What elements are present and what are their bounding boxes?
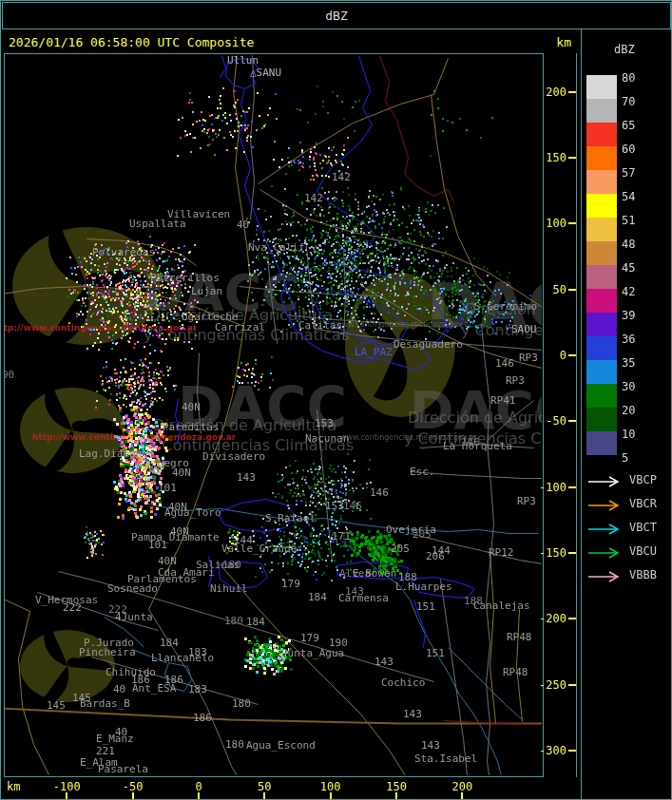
colorbar-tick-label: 36 (622, 333, 635, 345)
vector-arrow-icon (586, 476, 623, 487)
colorbar-tick-label: 80 (622, 72, 635, 84)
right-axis-tick-label: -150 (525, 546, 566, 560)
right-axis-tick (568, 618, 576, 619)
right-axis-unit-label: km (533, 35, 571, 49)
colorbar-swatch (586, 99, 617, 123)
bottom-axis-tick-label: 100 (320, 780, 341, 793)
map-frame (4, 53, 544, 777)
bottom-axis-tick-label: 150 (386, 780, 407, 793)
vector-legend-label: VBCR (629, 498, 657, 509)
bottom-axis-tick (132, 792, 134, 799)
colorbar-tick-label: 5 (622, 452, 628, 464)
radar-app-window: dBZ 2026/01/16 06:58:00 UTC Composite km… (0, 0, 672, 800)
colorbar-swatch (586, 241, 617, 265)
right-axis-tick (568, 750, 576, 752)
window-title: dBZ (325, 9, 347, 23)
colorbar-swatch (586, 431, 617, 455)
right-axis-tick (568, 684, 576, 686)
colorbar-tick-label: 39 (622, 310, 635, 321)
bottom-axis-tick-label: 50 (258, 780, 271, 793)
vector-arrow-icon (586, 500, 623, 511)
right-axis-tick (568, 157, 576, 159)
vector-arrow-icon (586, 524, 623, 535)
colorbar-swatch (586, 408, 617, 431)
title-bar: dBZ (2, 2, 671, 29)
colorbar-tick-label: 35 (622, 357, 635, 369)
bottom-axis-tick (263, 792, 265, 799)
colorbar-tick-label: 10 (622, 429, 635, 440)
colorbar-swatch (586, 194, 617, 218)
bottom-axis-tick-label: -100 (53, 780, 81, 793)
right-axis-tick (568, 222, 576, 224)
right-axis-tick-label: 50 (525, 283, 566, 296)
right-axis-frame (576, 53, 577, 777)
colorbar-tick-label: 20 (622, 405, 635, 416)
right-axis-tick-label: 100 (525, 217, 566, 230)
bottom-axis-tick-label: 0 (195, 780, 202, 793)
bottom-axis-tick (198, 792, 200, 799)
vector-legend-row: VBCR (586, 497, 623, 510)
vector-legend-label: VBCP (629, 474, 657, 486)
colorbar-swatch (586, 289, 617, 313)
vector-legend-row: VBCP (586, 473, 623, 486)
colorbar-swatch (586, 170, 617, 194)
right-axis-tick-label: 200 (525, 86, 566, 99)
colorbar-tick-label: 70 (622, 96, 635, 107)
right-axis-tick-label: -50 (525, 414, 566, 428)
right-axis-tick-label: 150 (525, 151, 566, 164)
vector-legend-row: VBBB (586, 568, 623, 581)
timestamp-label: 2026/01/16 06:58:00 UTC Composite (9, 35, 254, 49)
colorbar-title: dBZ (614, 43, 635, 56)
colorbar-swatch (586, 265, 617, 289)
bottom-axis-tick-label: 200 (452, 780, 473, 793)
bottom-axis-unit-label: km (7, 780, 20, 793)
colorbar-tick-label: 60 (622, 143, 635, 155)
right-axis-tick-label: -300 (525, 744, 566, 757)
vector-legend-row: VBCU (586, 544, 623, 558)
colorbar-tick-label: 57 (622, 167, 635, 179)
right-axis-tick (568, 289, 576, 291)
right-axis-tick-label: -100 (525, 481, 566, 494)
bottom-axis-tick-label: -50 (123, 780, 144, 793)
colorbar-swatch (586, 123, 617, 146)
colorbar-swatch (586, 313, 617, 336)
right-axis-tick-label: -200 (525, 612, 566, 625)
right-axis-tick (568, 354, 576, 356)
colorbar-tick-label: 54 (622, 191, 635, 202)
right-axis-tick (568, 486, 576, 488)
vector-legend-label: VBCU (629, 545, 657, 557)
right-axis-tick-label: 0 (525, 349, 566, 362)
colorbar-swatch (586, 336, 617, 360)
colorbar-swatch (586, 75, 617, 99)
colorbar-tick-label: 65 (622, 120, 635, 131)
colorbar-tick-label: 42 (622, 286, 635, 297)
vector-legend-label: VBCT (629, 522, 657, 533)
legend-panel: dBZ 807065605754514845423936353020105 VB… (581, 29, 672, 800)
colorbar-swatch (586, 384, 617, 408)
colorbar-tick-label: 48 (622, 238, 635, 250)
bottom-axis-tick (330, 792, 332, 799)
colorbar-swatch (586, 360, 617, 384)
right-axis-tick (568, 420, 576, 422)
right-axis-tick (568, 552, 576, 554)
bottom-axis-tick (66, 792, 67, 799)
colorbar-swatch (586, 146, 617, 170)
colorbar-swatch (586, 218, 617, 241)
right-axis-tick (568, 91, 576, 93)
right-axis-tick-label: -250 (525, 678, 566, 692)
vector-legend-row: VBCT (586, 521, 623, 534)
colorbar-tick-label: 30 (622, 381, 635, 392)
colorbar-tick-label: 51 (622, 215, 635, 226)
vector-arrow-icon (586, 547, 623, 559)
vector-legend-label: VBBB (629, 569, 657, 581)
vector-arrow-icon (586, 571, 623, 582)
bottom-axis-tick (395, 792, 397, 799)
bottom-axis-tick (461, 792, 463, 799)
colorbar-tick-label: 45 (622, 262, 635, 274)
